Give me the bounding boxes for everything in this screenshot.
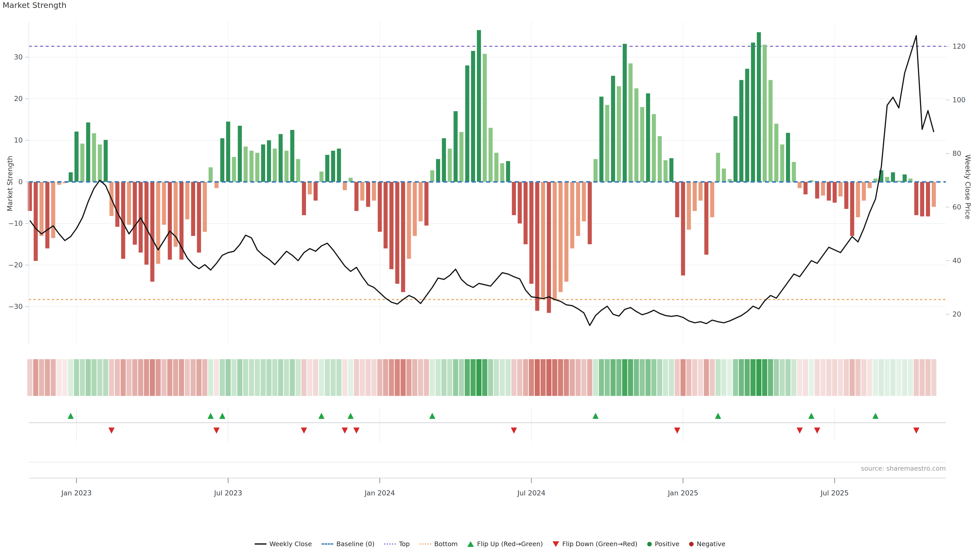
strength-bar xyxy=(797,182,802,188)
strength-bar xyxy=(296,159,300,182)
right-tick-label: 40 xyxy=(953,257,961,265)
chart-legend: Weekly CloseBaseline (0)TopBottomFlip Up… xyxy=(0,540,980,548)
legend-dotted-icon xyxy=(384,543,396,545)
flip-up-icon xyxy=(219,413,225,419)
heat-strip-cell xyxy=(920,359,924,396)
heat-strip-cell xyxy=(127,359,132,396)
heat-strip-cell xyxy=(342,359,347,396)
heat-strip-cell xyxy=(704,359,709,396)
heat-strip-cell xyxy=(558,359,563,396)
heat-strip-cell xyxy=(587,359,592,396)
heat-strip-cell xyxy=(861,359,866,396)
right-tick-label: 100 xyxy=(953,96,966,104)
heat-strip-cell xyxy=(208,359,213,396)
heat-strip-cell xyxy=(138,359,143,396)
heat-strip-cell xyxy=(611,359,616,396)
strength-bar xyxy=(150,182,154,282)
legend-label: Positive xyxy=(655,540,679,548)
strength-bar xyxy=(40,182,44,236)
flip-down-icon xyxy=(353,427,360,433)
strength-bar xyxy=(185,182,189,219)
strength-bar xyxy=(320,171,324,182)
strength-bar xyxy=(523,182,528,245)
heat-strip-cell xyxy=(546,359,552,396)
heat-strip-cell xyxy=(885,359,890,396)
strength-bar xyxy=(693,182,697,211)
heat-strip-cell xyxy=(716,359,721,396)
strength-bar xyxy=(488,128,493,182)
heat-strip-cell xyxy=(284,359,289,396)
heat-strip-cell xyxy=(856,359,861,396)
strength-bar xyxy=(512,182,516,215)
heat-strip-cell xyxy=(412,359,417,396)
flip-down-icon xyxy=(674,427,680,433)
strength-bar xyxy=(75,132,79,182)
strength-bar xyxy=(395,182,399,284)
heat-strip-cell xyxy=(278,359,283,396)
heat-strip-cell xyxy=(669,359,674,396)
strength-bar xyxy=(197,182,201,252)
x-tick-label: Jul 2023 xyxy=(213,489,242,497)
heat-strip-cell xyxy=(791,359,797,396)
heat-strip-cell xyxy=(56,359,62,396)
heat-strip-cell xyxy=(103,359,108,396)
heat-strip-cell xyxy=(162,359,167,396)
strength-bar xyxy=(774,124,778,182)
strength-bar xyxy=(518,182,522,224)
strength-bar xyxy=(768,80,773,182)
strength-bar xyxy=(337,149,341,182)
strength-bar xyxy=(133,182,137,245)
heat-strip-cell xyxy=(115,359,120,396)
heat-strip-cell xyxy=(774,359,779,396)
strength-bar xyxy=(80,144,84,182)
strength-bar xyxy=(313,182,318,200)
strength-bar xyxy=(529,182,533,284)
heat-strip-cell xyxy=(197,359,202,396)
heat-strip-cell xyxy=(453,359,458,396)
heat-strip-cell xyxy=(809,359,814,396)
legend-item: Top xyxy=(384,540,410,548)
strength-bar xyxy=(156,182,160,264)
heat-strip-cell xyxy=(762,359,767,396)
strength-bar xyxy=(821,182,825,196)
heat-strip-cell xyxy=(850,359,855,396)
heat-strip-cell xyxy=(686,359,691,396)
flip-down-icon xyxy=(814,427,820,433)
strength-bar xyxy=(710,182,714,218)
strength-bar xyxy=(803,182,808,194)
flip-down-icon xyxy=(301,427,307,433)
heat-strip-cell xyxy=(471,359,476,396)
strength-bar xyxy=(249,151,253,182)
strength-bar xyxy=(244,147,248,182)
strength-bar xyxy=(600,97,604,182)
heat-strip-cell xyxy=(156,359,161,396)
strength-bar xyxy=(92,133,96,182)
strength-bar xyxy=(378,182,382,232)
strength-bar xyxy=(453,111,458,182)
strength-bar xyxy=(576,182,580,236)
heat-strip-cell xyxy=(27,359,32,396)
strength-bar xyxy=(635,88,638,182)
heat-strip-cell xyxy=(570,359,575,396)
strength-bar xyxy=(506,161,510,182)
heat-strip-cell xyxy=(821,359,826,396)
strength-bar xyxy=(687,182,691,230)
strength-heat-strip xyxy=(27,359,936,396)
heat-strip-cell xyxy=(552,359,557,396)
legend-item: Negative xyxy=(689,540,725,548)
strength-bar xyxy=(162,182,166,225)
strength-bar xyxy=(191,182,195,236)
strength-bar xyxy=(226,122,230,182)
strength-bar xyxy=(465,65,469,182)
heat-strip-cell xyxy=(325,359,330,396)
strength-bar xyxy=(780,144,784,182)
heat-strip-cell xyxy=(622,359,627,396)
heat-strip-cell xyxy=(751,359,756,396)
left-tick-label: −20 xyxy=(8,261,23,269)
strength-bar xyxy=(582,182,586,221)
strength-bar xyxy=(28,182,32,211)
flip-down-icon xyxy=(108,427,115,433)
strength-bar xyxy=(856,182,860,218)
strength-bar xyxy=(553,182,557,300)
strength-bar xyxy=(745,69,749,182)
